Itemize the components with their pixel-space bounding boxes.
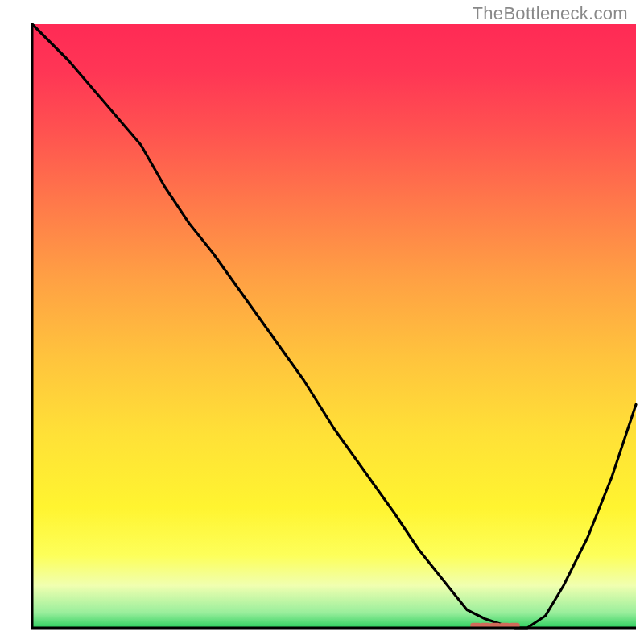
chart-svg	[0, 0, 644, 644]
watermark-text: TheBottleneck.com	[473, 3, 628, 24]
chart-background	[32, 24, 636, 628]
root: TheBottleneck.com	[0, 0, 644, 644]
